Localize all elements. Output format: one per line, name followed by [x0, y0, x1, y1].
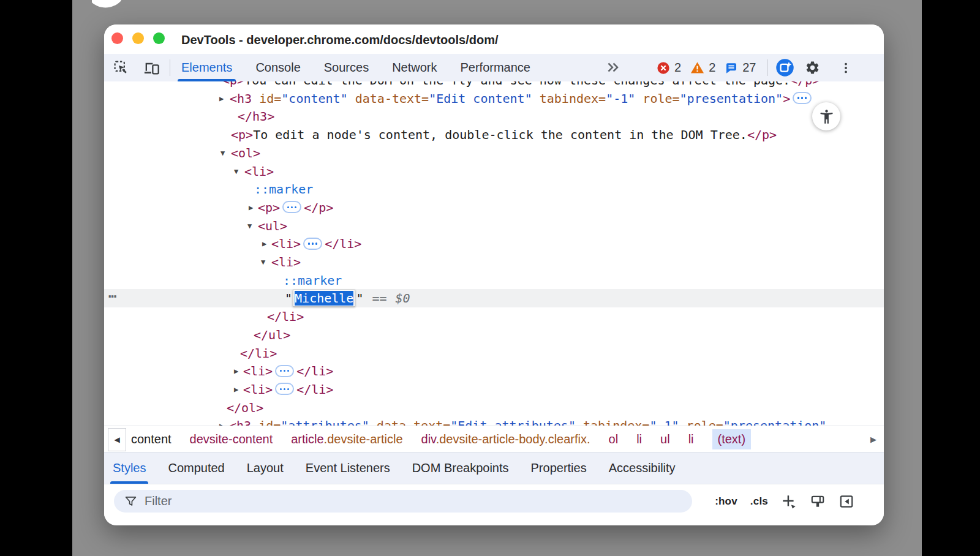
breadcrumb-item[interactable]: ul: [660, 432, 670, 446]
expand-arrow-icon[interactable]: ▶: [262, 235, 266, 253]
dom-tree-row-selected[interactable]: …"Michelle"==$0: [104, 289, 884, 307]
expand-ellipsis-button[interactable]: [303, 238, 322, 250]
pane-tab-properties[interactable]: Properties: [531, 453, 587, 484]
breadcrumb-item[interactable]: ol: [609, 432, 619, 446]
title-bar: DevTools - developer.chrome.com/docs/dev…: [104, 24, 884, 54]
filter-placeholder: Filter: [145, 494, 172, 508]
devtools-toolbar: ElementsConsoleSourcesNetworkPerformance…: [104, 54, 884, 82]
row-overflow-dots[interactable]: …: [108, 285, 116, 301]
pane-tab-computed[interactable]: Computed: [168, 453, 224, 484]
dom-tree-row[interactable]: ▶<li></li>: [104, 235, 884, 253]
devtools-tab-list: ElementsConsoleSourcesNetworkPerformance: [181, 54, 530, 81]
minimize-window-button[interactable]: [132, 32, 144, 44]
dom-tree-row[interactable]: </ul>: [104, 326, 884, 344]
expand-arrow-icon[interactable]: ▶: [219, 416, 224, 426]
dom-tree-row[interactable]: </ol>: [104, 399, 884, 417]
dom-tree-row[interactable]: ::marker: [104, 180, 884, 198]
filter-input[interactable]: Filter: [114, 490, 692, 513]
collapse-arrow-icon[interactable]: ▼: [221, 144, 225, 162]
breadcrumb-item[interactable]: li: [636, 432, 642, 446]
expand-arrow-icon[interactable]: ▶: [234, 362, 238, 380]
dom-tree-row[interactable]: ▼<li>: [104, 162, 884, 181]
tab-console[interactable]: Console: [255, 54, 300, 81]
warning-count: 2: [709, 61, 715, 75]
zoom-window-button[interactable]: [153, 32, 165, 44]
dom-tree-row[interactable]: </li>: [104, 307, 884, 326]
pane-tab-layout[interactable]: Layout: [247, 453, 284, 484]
dom-tree-row[interactable]: ▶<p></p>: [104, 198, 884, 217]
rendering-brush-icon[interactable]: [810, 494, 826, 509]
expand-ellipsis-button[interactable]: [282, 201, 301, 213]
inspect-element-icon[interactable]: [113, 59, 129, 76]
pane-tab-styles[interactable]: Styles: [113, 453, 146, 484]
dom-node-markup: <ol>: [231, 144, 260, 162]
issues-badge-icon[interactable]: [725, 61, 738, 75]
expand-ellipsis-button[interactable]: [275, 383, 294, 395]
dom-tree-row[interactable]: ▶<h3 id="attributes" data-text="Edit att…: [104, 416, 884, 426]
expand-ellipsis-button[interactable]: [793, 92, 812, 104]
dom-tree-row[interactable]: ▶<li></li>: [104, 380, 884, 399]
settings-gear-icon[interactable]: [805, 60, 820, 75]
dom-tree-row[interactable]: ▶<li></li>: [104, 362, 884, 380]
new-style-rule-button[interactable]: [781, 494, 797, 509]
kebab-menu-icon[interactable]: [839, 61, 853, 75]
backdrop-notch: [92, 0, 121, 13]
expand-arrow-icon[interactable]: ▶: [234, 380, 238, 399]
breadcrumb-list: contentdevsite-contentarticle.devsite-ar…: [131, 426, 751, 453]
tab-sources[interactable]: Sources: [324, 54, 369, 81]
expand-arrow-icon[interactable]: ▶: [249, 198, 253, 217]
devtools-window: DevTools - developer.chrome.com/docs/dev…: [104, 24, 884, 525]
dom-tree-row[interactable]: ▶<h3 id="content" data-text="Edit conten…: [104, 89, 884, 108]
dom-tree-row[interactable]: </h3>: [104, 107, 884, 126]
tab-performance[interactable]: Performance: [461, 54, 531, 81]
tab-network[interactable]: Network: [392, 54, 437, 81]
breadcrumb-item[interactable]: (text): [712, 429, 752, 449]
pane-tab-dom-breakpoints[interactable]: DOM Breakpoints: [412, 453, 509, 484]
dom-tree-row[interactable]: ::marker: [104, 271, 884, 290]
pane-tab-event-listeners[interactable]: Event Listeners: [306, 453, 390, 484]
dom-node-markup: <li></li>: [243, 380, 333, 399]
dom-tree-row[interactable]: </li>: [104, 344, 884, 363]
warning-badge-icon[interactable]: [690, 61, 704, 75]
dom-tree-row[interactable]: <p>You can edit the DOM on the fly and s…: [104, 81, 884, 89]
breadcrumb-scroll-left-button[interactable]: ◀: [108, 428, 126, 451]
dom-node-markup: ::marker: [254, 180, 313, 198]
dom-tree-row[interactable]: ▼<ol>: [104, 144, 884, 162]
expand-arrow-icon[interactable]: ▶: [219, 89, 224, 108]
toggle-device-toolbar-icon[interactable]: [143, 59, 160, 77]
breadcrumb-item[interactable]: content: [131, 432, 172, 446]
expand-ellipsis-button[interactable]: [275, 365, 294, 377]
tab-elements[interactable]: Elements: [181, 54, 232, 81]
breadcrumb-item[interactable]: devsite-content: [190, 432, 273, 446]
ai-assistance-icon[interactable]: [775, 58, 794, 77]
toggle-hover-state-button[interactable]: :hov: [715, 495, 737, 508]
dock-panel-icon[interactable]: [839, 494, 854, 509]
dom-node-markup: </h3>: [238, 107, 274, 126]
collapse-arrow-icon[interactable]: ▼: [234, 162, 238, 181]
dom-node-markup: <p></p>: [258, 198, 333, 217]
breadcrumb-item[interactable]: article.devsite-article: [291, 432, 402, 446]
collapse-arrow-icon[interactable]: ▼: [247, 217, 252, 235]
breadcrumb-item[interactable]: div.devsite-article-body.clearfix.: [421, 432, 590, 446]
close-window-button[interactable]: [111, 32, 123, 44]
toggle-class-button[interactable]: .cls: [750, 495, 768, 508]
dom-node-markup: <li>: [271, 253, 301, 271]
dom-node-markup: <li></li>: [243, 362, 333, 380]
dom-node-markup: <li></li>: [271, 235, 361, 253]
filter-funnel-icon: [124, 495, 137, 508]
accessibility-overlay-button[interactable]: [812, 102, 840, 130]
dom-tree-row[interactable]: <p>To edit a node's content, double-clic…: [104, 126, 884, 144]
more-tabs-icon[interactable]: [605, 59, 621, 78]
breadcrumb-scroll-right-button[interactable]: ▶: [870, 426, 876, 453]
collapse-arrow-icon[interactable]: ▼: [261, 253, 265, 271]
dom-node-markup: <h3 id="attributes" data-text="Edit attr…: [229, 416, 826, 426]
inline-text-edit-box[interactable]: Michelle: [293, 290, 355, 307]
dom-tree-row[interactable]: ▼<li>: [104, 253, 884, 271]
error-badge-icon[interactable]: [657, 61, 670, 75]
dom-node-markup: <p>You can edit the DOM on the fly and s…: [222, 81, 820, 89]
dom-tree-row[interactable]: ▼<ul>: [104, 217, 884, 235]
pane-tab-accessibility[interactable]: Accessibility: [609, 453, 676, 484]
breadcrumb-item[interactable]: li: [688, 432, 694, 446]
selected-text-node[interactable]: Michelle: [295, 291, 353, 306]
dom-node-markup: <p>To edit a node's content, double-clic…: [231, 126, 777, 144]
